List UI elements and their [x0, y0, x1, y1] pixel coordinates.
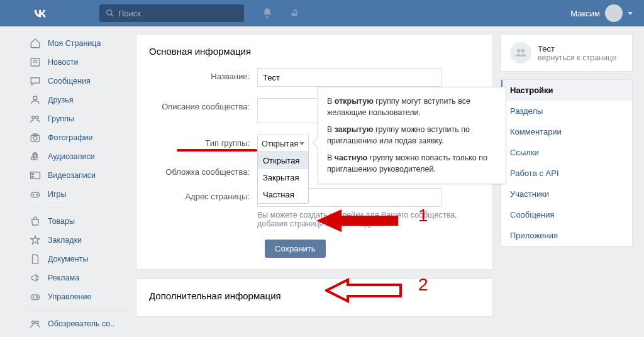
svg-point-23 [36, 321, 39, 324]
desc-label: Описание сообщества: [149, 98, 257, 111]
bell-icon[interactable] [262, 8, 273, 19]
svg-point-6 [32, 116, 35, 119]
group-icon [29, 318, 42, 330]
secondary-title: Дополнительная информация [149, 290, 480, 301]
svg-rect-12 [32, 174, 33, 175]
svg-point-9 [33, 136, 37, 140]
name-label: Название: [149, 68, 257, 81]
settings-menu-item-7[interactable]: Приложения [501, 225, 632, 246]
settings-menu-item-2[interactable]: Комментарии [501, 121, 632, 142]
settings-menu-item-5[interactable]: Участники [501, 184, 632, 204]
search-input[interactable]: Поиск [99, 4, 244, 22]
settings-menu-item-1[interactable]: Разделы [501, 101, 632, 121]
user-menu[interactable]: Максим [570, 4, 633, 22]
ads-icon [29, 272, 42, 284]
nav2-item-2[interactable]: Документы [25, 250, 128, 268]
type-selected: Открытая [262, 139, 298, 148]
save-button[interactable]: Сохранить [265, 240, 326, 258]
annotation-underline [177, 149, 257, 152]
nav2-item-4[interactable]: Управление [25, 287, 128, 306]
user-icon [29, 94, 42, 106]
nav-item-5[interactable]: Фотографии [25, 128, 128, 147]
nav-label: Документы [48, 255, 88, 263]
name-input[interactable] [257, 68, 442, 87]
nav-item-7[interactable]: Видеозаписи [25, 166, 128, 185]
search-placeholder: Поиск [118, 9, 141, 18]
settings-menu-item-6[interactable]: Сообщения [501, 204, 632, 225]
search-icon [106, 9, 114, 18]
svg-line-1 [111, 14, 113, 16]
avatar [605, 4, 623, 22]
game-icon [29, 290, 42, 303]
back-to-page-link[interactable]: вернуться к странице [538, 53, 616, 62]
nav-item-6[interactable]: Аудиозаписи [25, 147, 128, 166]
type-option-private[interactable]: Частная [258, 186, 308, 203]
nav-label: Сообщения [48, 77, 91, 86]
nav-item-4[interactable]: Группы [25, 109, 128, 128]
news-icon [29, 56, 42, 69]
nav2-item-3[interactable]: Реклама [25, 268, 128, 287]
settings-menu-item-0[interactable]: Настройки [501, 80, 632, 101]
music-top-icon[interactable] [291, 8, 301, 18]
nav-item-1[interactable]: Новости [25, 53, 128, 72]
chat-icon [29, 75, 42, 87]
main-content: Основная информация Название: Описание с… [136, 34, 493, 317]
group-avatar [510, 42, 531, 64]
svg-rect-13 [32, 177, 33, 178]
svg-point-29 [521, 49, 525, 53]
svg-point-22 [32, 321, 35, 324]
settings-menu-item-3[interactable]: Ссылки [501, 142, 632, 163]
topbar: Поиск Максим [0, 0, 644, 26]
nav2-item-1[interactable]: Закладки [25, 231, 128, 250]
settings-menu: НастройкиРазделыКомментарииСсылкиРабота … [501, 79, 633, 246]
chevron-down-icon [628, 12, 633, 15]
type-select[interactable]: Открытая [257, 135, 309, 152]
type-tooltip: В открытую группу могут вступить все жел… [318, 87, 506, 184]
address-hint: Вы можете создать наклейки для Вашего со… [257, 211, 465, 228]
sidebar: Моя СтраницаНовостиСообщенияДрузьяГруппы… [25, 34, 128, 337]
group-icon [29, 113, 42, 125]
nav-label: Закладки [48, 236, 82, 245]
chevron-down-icon [299, 142, 304, 145]
type-option-closed[interactable]: Закрытая [258, 169, 308, 186]
username: Максим [570, 9, 600, 18]
page-title: Основная информация [149, 46, 480, 57]
nav-label: Товары [48, 217, 75, 226]
nav-item-3[interactable]: Друзья [25, 91, 128, 109]
svg-point-5 [33, 96, 37, 100]
nav-label: Новости [48, 58, 78, 67]
nav-label: Управление [48, 292, 92, 301]
svg-point-15 [36, 194, 38, 196]
nav3-item-0[interactable]: Обозреватель со.. [25, 314, 128, 333]
nav-label: Видеозаписи [48, 171, 96, 180]
game-icon [29, 188, 42, 201]
group-header-card: Тест вернуться к странице [501, 34, 633, 72]
nav-label: Аудиозаписи [48, 152, 95, 161]
nav-label: Игры [48, 190, 66, 199]
nav3-item-1[interactable]: Глазунов Максим.. [25, 333, 128, 337]
nav-item-0[interactable]: Моя Страница [25, 34, 128, 53]
nav-item-8[interactable]: Игры [25, 185, 128, 204]
doc-icon [29, 253, 42, 265]
cover-label: Обложка сообщества: [149, 163, 257, 177]
type-label: Тип группы: [205, 138, 250, 148]
home-icon [29, 37, 42, 50]
nav-label: Моя Страница [48, 39, 101, 48]
svg-point-7 [36, 116, 39, 119]
music-icon [29, 150, 42, 163]
nav-label: Друзья [48, 96, 74, 104]
secondary-card: Дополнительная информация [136, 279, 493, 317]
nav2-item-0[interactable]: Товары [25, 212, 128, 231]
camera-icon [29, 131, 42, 144]
type-option-open[interactable]: Открытая [258, 152, 308, 169]
svg-point-28 [517, 49, 521, 53]
nav-label: Фотографии [48, 133, 92, 142]
group-icon [514, 47, 527, 59]
vk-logo[interactable] [31, 4, 49, 22]
settings-menu-item-4[interactable]: Работа с API [501, 163, 632, 184]
bag-icon [29, 215, 42, 228]
star-icon [29, 234, 42, 246]
group-name: Тест [538, 44, 616, 53]
nav-item-2[interactable]: Сообщения [25, 72, 128, 91]
nav-label: Обозреватель со.. [48, 319, 114, 328]
